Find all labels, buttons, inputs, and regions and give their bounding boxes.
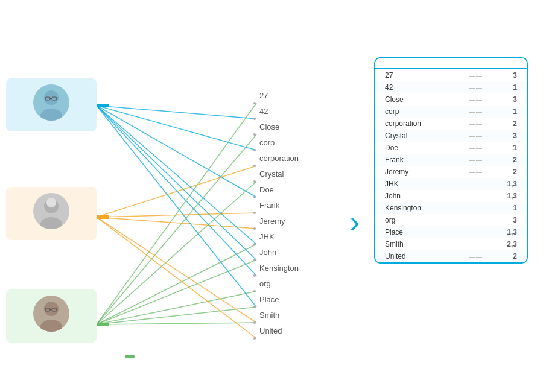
- svg-rect-33: [97, 104, 109, 107]
- index-row: Kensington —— 1: [375, 202, 527, 214]
- svg-line-30: [97, 217, 256, 323]
- svg-line-32: [97, 217, 256, 338]
- index-token-cell: corporation: [385, 119, 465, 128]
- index-id-cell: 1: [487, 204, 517, 212]
- token-item: Close: [259, 119, 299, 134]
- token-item: org: [259, 276, 299, 291]
- index-token-cell: Crystal: [385, 131, 465, 140]
- index-row: Frank —— 2: [375, 154, 527, 166]
- index-id-cell: 2: [487, 156, 517, 164]
- index-dash: ——: [469, 241, 483, 248]
- svg-line-20: [97, 213, 256, 217]
- svg-point-41: [253, 180, 256, 183]
- svg-point-36: [253, 102, 256, 104]
- index-dash: ——: [469, 253, 483, 260]
- token-item: Frank: [259, 197, 299, 213]
- index-id-cell: 3: [487, 216, 517, 224]
- token-item: John: [259, 244, 299, 260]
- index-token-cell: John: [385, 192, 465, 200]
- svg-point-43: [253, 212, 256, 214]
- index-token-cell: Frank: [385, 156, 465, 164]
- svg-rect-34: [97, 215, 109, 219]
- token-item: Crystal: [259, 166, 299, 182]
- token-item: Jeremy: [259, 213, 299, 229]
- svg-point-45: [253, 243, 256, 245]
- index-row: JHK —— 1,3: [375, 178, 527, 190]
- svg-line-21: [97, 217, 256, 229]
- index-id-cell: 1: [487, 144, 517, 152]
- index-id-cell: 1,3: [487, 180, 517, 188]
- index-dash: ——: [469, 145, 483, 151]
- index-row: United —— 2: [375, 250, 527, 262]
- index-row: Jeremy —— 2: [375, 166, 527, 178]
- index-dash: ——: [469, 96, 483, 103]
- index-dash: ——: [469, 181, 483, 188]
- index-token-cell: Place: [385, 228, 465, 236]
- svg-line-24: [97, 106, 256, 260]
- svg-line-19: [97, 106, 256, 197]
- index-dash: ——: [469, 109, 483, 115]
- svg-line-26: [97, 106, 256, 276]
- svg-point-42: [253, 196, 256, 198]
- index-token-cell: United: [385, 252, 465, 261]
- index-id-cell: 3: [487, 71, 517, 80]
- index-dash: ——: [469, 133, 483, 139]
- index-id-cell: 1: [487, 83, 517, 92]
- token-item: Place: [259, 291, 299, 307]
- avatar-2: [33, 193, 69, 229]
- token-item: 27: [259, 87, 299, 103]
- index-token-cell: Doe: [385, 144, 465, 152]
- email-badge: [125, 355, 135, 358]
- index-row: corp —— 1: [375, 106, 527, 118]
- svg-rect-35: [97, 323, 109, 326]
- svg-line-15: [97, 134, 256, 324]
- index-row: 27 —— 3: [375, 69, 527, 81]
- contact-card-1: [6, 78, 97, 131]
- index-row: 42 —— 1: [375, 81, 527, 93]
- index-row: Doe —— 1: [375, 142, 527, 154]
- index-token-cell: corp: [385, 107, 465, 116]
- contact-card-2: [6, 187, 97, 240]
- index-dash: ——: [469, 193, 483, 200]
- index-row: Close —— 3: [375, 93, 527, 106]
- index-dash: ——: [469, 205, 483, 212]
- index-dash: ——: [469, 169, 483, 175]
- tokens-list: 2742ClosecorpcorporationCrystalDoeFrankJ…: [259, 87, 299, 338]
- index-id-cell: 2,3: [487, 240, 517, 248]
- index-dash: ——: [469, 217, 483, 224]
- index-header: [375, 58, 527, 69]
- index-id-cell: 2: [487, 119, 517, 128]
- svg-line-22: [97, 106, 256, 244]
- token-item: corp: [259, 134, 299, 150]
- index-table: 27 —— 3 42 —— 1 Close —— 3 corp —— 1 cor…: [374, 57, 528, 264]
- index-dash: ——: [469, 84, 483, 91]
- index-id-cell: 1: [487, 107, 517, 116]
- svg-line-13: [97, 103, 256, 324]
- svg-point-1: [40, 109, 62, 121]
- svg-point-6: [40, 217, 62, 229]
- svg-line-31: [97, 323, 256, 324]
- index-row: John —— 1,3: [375, 190, 527, 202]
- index-token-cell: Kensington: [385, 204, 465, 212]
- index-row: Place —— 1,3: [375, 226, 527, 238]
- svg-point-51: [253, 337, 256, 340]
- index-row: corporation —— 2: [375, 118, 527, 130]
- index-token-cell: 42: [385, 83, 465, 92]
- token-item: 42: [259, 103, 299, 119]
- svg-point-39: [253, 149, 256, 151]
- index-id-cell: 2: [487, 168, 517, 176]
- index-token-cell: Jeremy: [385, 168, 465, 176]
- index-token-cell: org: [385, 216, 465, 224]
- index-id-cell: 1,3: [487, 228, 517, 236]
- index-token-cell: Smith: [385, 240, 465, 248]
- svg-point-44: [253, 227, 256, 230]
- svg-point-48: [253, 290, 256, 292]
- svg-point-46: [253, 259, 256, 261]
- svg-line-17: [97, 166, 256, 217]
- index-token-cell: Close: [385, 95, 465, 104]
- token-item: United: [259, 323, 299, 338]
- index-row: Crystal —— 3: [375, 130, 527, 142]
- svg-line-29: [97, 307, 256, 324]
- index-id-cell: 2: [487, 252, 517, 261]
- svg-line-14: [97, 106, 256, 119]
